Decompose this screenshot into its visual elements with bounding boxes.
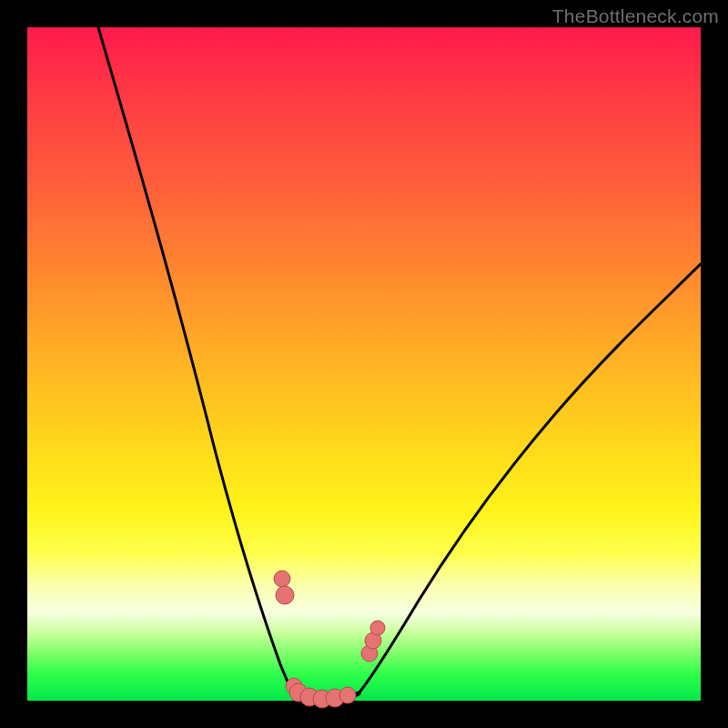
data-marker [339,687,356,703]
left-curve [98,27,294,693]
plot-area [27,27,701,701]
watermark-text: TheBottleneck.com [552,5,719,27]
right-curve [359,264,701,693]
data-marker [276,586,294,604]
chart-svg [27,27,701,701]
data-marker [274,571,290,587]
data-marker [370,621,385,635]
markers-group [274,571,385,708]
outer-frame: TheBottleneck.com [0,0,728,728]
